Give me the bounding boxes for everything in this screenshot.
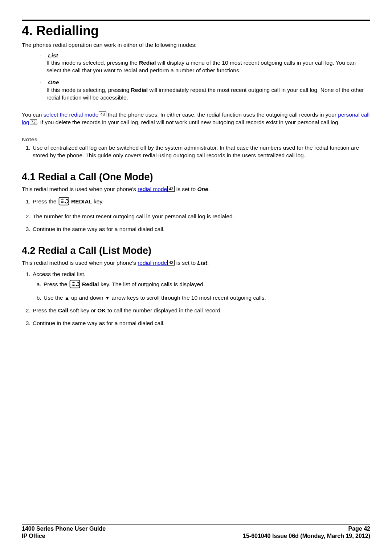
- text: Access the redial list.: [33, 271, 86, 277]
- bullet-dot: ·: [40, 52, 46, 60]
- svg-point-18: [73, 285, 74, 286]
- section-4-1-title: 4.1 Redial a Call (One Mode): [22, 170, 370, 183]
- svg-point-8: [62, 202, 63, 203]
- step-2: Press the Call soft key or OK to call th…: [32, 307, 370, 315]
- bullet-list-body: If this mode is selected, pressing the R…: [46, 59, 370, 74]
- text: soft key or: [68, 307, 97, 313]
- svg-point-11: [72, 282, 73, 283]
- text: Press the: [44, 281, 69, 287]
- text: arrow keys to scroll through the 10 most…: [110, 295, 266, 301]
- section-4-2-intro: This redial method is used when your pho…: [22, 259, 370, 267]
- link-redial-mode[interactable]: redial mode: [138, 260, 167, 266]
- svg-point-12: [73, 282, 74, 283]
- svg-point-17: [72, 285, 73, 286]
- bullet-one: · One: [40, 79, 370, 86]
- text: that the phone uses. In either case, the…: [106, 112, 338, 118]
- link-select-redial-mode[interactable]: select the redial mode: [44, 112, 99, 118]
- pageref[interactable]: 72: [30, 119, 37, 125]
- text: to call the number displayed in the call…: [106, 307, 222, 313]
- notes-heading: Notes: [22, 136, 370, 143]
- svg-point-14: [72, 284, 73, 284]
- note-item: Use of centralized call log can be switc…: [32, 144, 370, 159]
- svg-point-15: [73, 284, 74, 284]
- redial-bold: Redial: [131, 87, 148, 93]
- svg-point-6: [64, 201, 64, 202]
- mode-one: One: [197, 186, 208, 192]
- text: is set to: [175, 260, 197, 266]
- svg-point-16: [74, 284, 75, 284]
- step-1a: Press the Redi: [43, 280, 370, 291]
- svg-point-9: [64, 202, 64, 203]
- svg-point-19: [74, 285, 75, 286]
- bullet-dot: ·: [40, 79, 46, 86]
- step-1: Press the REDIAL key.: [32, 197, 370, 208]
- pageref[interactable]: 43: [167, 186, 175, 192]
- bullet-one-head: One: [48, 79, 59, 85]
- up-arrow-icon: ▲: [65, 295, 70, 301]
- text: is set to: [175, 186, 197, 192]
- text: .: [208, 186, 210, 192]
- text: Press the: [33, 198, 58, 204]
- text: If this mode is selected, pressing the: [46, 60, 139, 66]
- step-1: Access the redial list. Press the: [32, 271, 370, 302]
- step-3: Continue in the same way as for a normal…: [32, 320, 370, 327]
- text: Press the: [33, 307, 58, 313]
- section-4-1-intro: This redial method is used when your pho…: [22, 186, 370, 193]
- mode-list: List: [197, 260, 207, 266]
- svg-point-13: [74, 282, 75, 283]
- redial-bold: Redial: [139, 60, 156, 66]
- bullet-list: · List: [40, 52, 370, 60]
- text: key. The list of outgoing calls is displ…: [99, 281, 205, 287]
- text: .: [207, 260, 209, 266]
- step-2: The number for the most recent outgoing …: [32, 213, 370, 220]
- svg-point-1: [61, 199, 62, 200]
- footer-right-1: Page 42: [348, 525, 370, 532]
- svg-point-3: [64, 199, 64, 200]
- text: If this mode is selecting, pressing: [46, 87, 131, 93]
- pageref[interactable]: 43: [167, 260, 175, 266]
- section-4-1-steps: Press the REDIAL key. The number for the…: [32, 197, 370, 233]
- step-1-substeps: Press the Redi: [43, 280, 370, 302]
- redial-key-label: REDIAL: [71, 198, 92, 204]
- bullet-one-body: If this mode is selecting, pressing Redi…: [46, 86, 370, 102]
- intro-text: The phones redial operation can work in …: [22, 41, 370, 49]
- pageref[interactable]: 43: [99, 112, 106, 117]
- redial-key-icon: [58, 197, 69, 208]
- down-arrow-icon: ▼: [105, 295, 110, 301]
- footer-left-2: IP Office: [22, 532, 45, 540]
- text: Use the: [44, 295, 65, 301]
- text: This redial method is used when your pho…: [22, 260, 138, 266]
- page-footer: 1400 Series Phone User Guide Page 42 IP …: [22, 524, 370, 540]
- svg-point-5: [62, 201, 63, 202]
- section-4-2-steps: Access the redial list. Press the: [32, 271, 370, 327]
- ok-key: OK: [97, 307, 106, 313]
- footer-left-1: 1400 Series Phone User Guide: [22, 525, 106, 532]
- redial-key-label: Redial: [82, 281, 99, 287]
- svg-point-7: [61, 202, 62, 203]
- text: This redial method is used when your pho…: [22, 186, 138, 192]
- step-3: Continue in the same way as for a normal…: [32, 226, 370, 233]
- step-1b: Use the ▲ up and down ▼ arrow keys to sc…: [43, 294, 370, 302]
- bullet-list-head: List: [48, 52, 58, 58]
- text: . If you delete the records in your call…: [37, 119, 340, 125]
- svg-point-4: [61, 201, 62, 202]
- footer-rule: [22, 524, 370, 524]
- footer-right-2: 15-601040 Issue 06d (Monday, March 19, 2…: [243, 532, 370, 540]
- crossref-paragraph: You can select the redial mode43 that th…: [22, 111, 370, 126]
- text: key.: [92, 198, 104, 204]
- top-rule: [22, 20, 370, 21]
- section-4-2-title: 4.2 Redial a Call (List Mode): [22, 244, 370, 257]
- text: up and down: [70, 295, 105, 301]
- chapter-title: 4. Redialling: [22, 22, 370, 40]
- svg-point-2: [62, 199, 63, 200]
- call-softkey: Call: [58, 307, 68, 313]
- redial-key-icon: [69, 280, 80, 291]
- notes-list: Use of centralized call log can be switc…: [32, 144, 370, 159]
- link-redial-mode[interactable]: redial mode: [138, 186, 167, 192]
- text: You can: [22, 112, 44, 118]
